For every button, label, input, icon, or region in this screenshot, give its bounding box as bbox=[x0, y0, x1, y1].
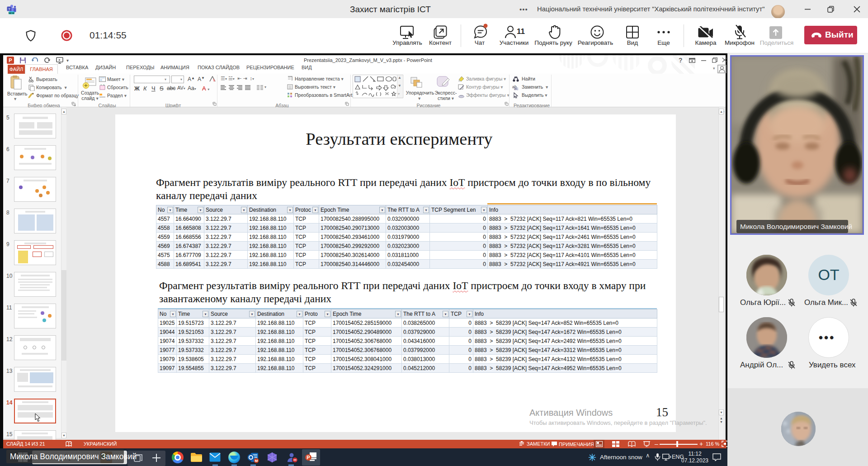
svg-text:T: T bbox=[8, 7, 10, 11]
svg-text:P: P bbox=[307, 455, 310, 460]
svg-text:NEW: NEW bbox=[9, 12, 15, 14]
svg-text:ac: ac bbox=[514, 86, 519, 90]
svg-text:M: M bbox=[255, 459, 258, 463]
